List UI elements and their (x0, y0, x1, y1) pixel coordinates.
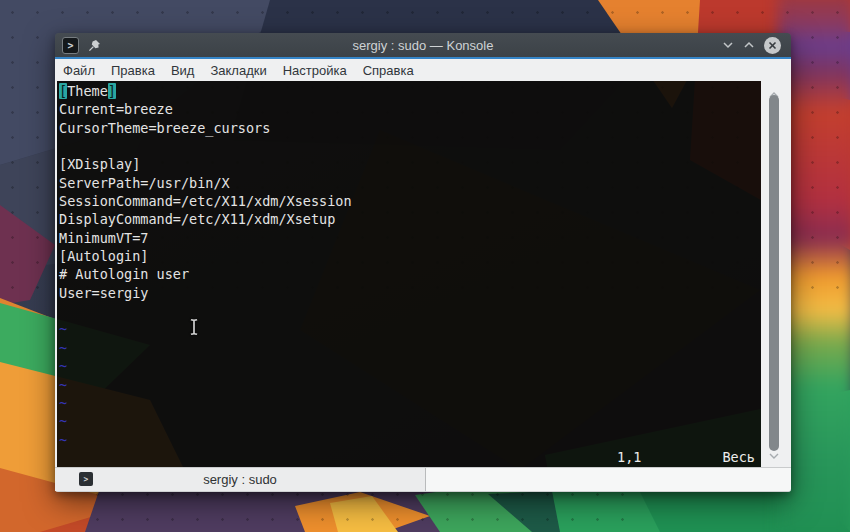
vim-tilde-line: ~ (59, 376, 761, 394)
chevron-up-icon[interactable] (743, 41, 755, 49)
menu-item-1[interactable]: Правка (111, 63, 155, 78)
menu-bar: ФайлПравкаВидЗакладкиНастройкаСправка (55, 59, 791, 81)
terminal-line: User=sergiy (59, 284, 761, 302)
terminal-line: SessionCommand=/etc/X11/xdm/Xsession (59, 192, 761, 210)
vim-tilde-line: ~ (59, 431, 761, 449)
vim-tilde-line: ~ (59, 339, 761, 357)
window-titlebar[interactable]: > sergiy : sudo — Konsole (55, 33, 791, 57)
tab-bar: > sergiy : sudo (55, 467, 791, 492)
mouse-ibeam-cursor (188, 318, 200, 340)
vim-tilde-line: ~ (59, 320, 761, 338)
vim-matchparen-block: ] (108, 83, 116, 99)
close-icon[interactable] (764, 37, 781, 54)
chevron-down-icon[interactable] (722, 41, 734, 49)
vim-tilde-line: ~ (59, 357, 761, 375)
terminal-line: MinimumVT=7 (59, 229, 761, 247)
terminal-rows: [Theme] Current=breezeCursorTheme=breeze… (59, 82, 761, 449)
window-title: sergiy : sudo — Konsole (55, 38, 791, 53)
tab-sergiy-sudo[interactable]: > sergiy : sudo (55, 468, 426, 491)
terminal-text: Theme (67, 83, 108, 99)
vim-status-line: "/etc/sddm.conf" 13L, 210C 1,1 Весь (59, 448, 759, 466)
vim-tilde-line: ~ (59, 394, 761, 412)
terminal-line: DisplayCommand=/etc/X11/xdm/Xsetup (59, 210, 761, 228)
terminal-body[interactable]: [Theme] Current=breezeCursorTheme=breeze… (57, 81, 761, 467)
prompt-glyph: > (67, 40, 73, 51)
terminal-line: CursorTheme=breeze_cursors (59, 119, 761, 137)
menu-item-0[interactable]: Файл (63, 63, 95, 78)
vim-cursor-block: [ (59, 83, 67, 99)
konsole-app-icon: > (62, 37, 79, 54)
vim-scroll-position: Весь (722, 448, 755, 466)
pushpin-icon[interactable] (88, 39, 101, 52)
tab-label: sergiy : sudo (203, 472, 277, 487)
terminal-scrollbar[interactable] (761, 81, 787, 467)
chevron-down-icon[interactable] (769, 445, 779, 463)
prompt-glyph: > (84, 475, 89, 484)
terminal-line (59, 137, 761, 155)
menu-item-2[interactable]: Вид (171, 63, 195, 78)
terminal-line: # Autologin user (59, 265, 761, 283)
terminal-line (59, 302, 761, 320)
scrollbar-thumb[interactable] (769, 95, 779, 451)
vim-ruler: 1,1 (617, 448, 641, 466)
terminal-line: [Autologin] (59, 247, 761, 265)
terminal-line: Current=breeze (59, 100, 761, 118)
vim-tilde-line: ~ (59, 412, 761, 430)
terminal-line: ServerPath=/usr/bin/X (59, 174, 761, 192)
menu-item-3[interactable]: Закладки (210, 63, 266, 78)
tab-bar-empty-area[interactable] (426, 468, 791, 491)
menu-item-4[interactable]: Настройка (283, 63, 347, 78)
menu-item-5[interactable]: Справка (363, 63, 414, 78)
terminal-line-theme: [Theme] (59, 82, 761, 100)
terminal-line: [XDisplay] (59, 155, 761, 173)
konsole-window: > sergiy : sudo — Konsole ФайлП (55, 33, 791, 492)
terminal-prompt-icon: > (79, 472, 93, 486)
window-content: [Theme] Current=breezeCursorTheme=breeze… (55, 81, 791, 467)
